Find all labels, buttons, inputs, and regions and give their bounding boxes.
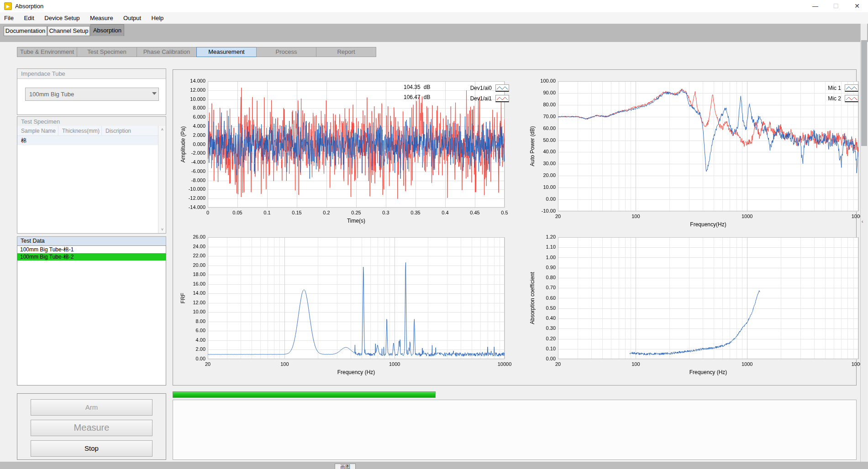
subtab-process[interactable]: Process [256, 47, 316, 57]
tab-channel-setup[interactable]: Channel Setup [47, 26, 90, 36]
title-bar: ▶ Absorption — ☐ ✕ [0, 0, 868, 12]
menu-help[interactable]: Help [147, 12, 168, 24]
time-chart-legend: Dev1/ai0 Dev1/ai1 [458, 83, 509, 104]
menu-output[interactable]: Output [119, 12, 145, 24]
waveform-icon-mic1 [845, 84, 858, 92]
specimen-table-header: Sample Name Thickness(mm) Discription [17, 126, 158, 136]
bottom-strip: 画图 [0, 462, 868, 469]
scroll-up-icon[interactable]: ˄ [158, 126, 166, 133]
level-readout-ai1: 106.47 [404, 94, 421, 100]
arm-button[interactable]: Arm [31, 399, 153, 416]
test-data-item-selected[interactable]: 100mm Big Tube-棉-2 [17, 253, 166, 261]
level-unit-ai1: dB [424, 94, 431, 100]
tab-strip-band [0, 36, 868, 42]
measure-button[interactable]: Measure [31, 420, 153, 436]
legend-mic2: Mic 2 [828, 95, 841, 102]
minimize-button[interactable]: — [805, 0, 826, 12]
tab-documentation[interactable]: Documentation [4, 26, 47, 36]
window-title: Absorption [15, 3, 43, 10]
test-data-label: Test Data [17, 236, 166, 245]
level-readouts: 104.35dB 106.47dB [404, 84, 430, 104]
tab-absorption[interactable]: Absorption [90, 24, 124, 36]
menu-edit[interactable]: Edit [20, 12, 38, 24]
absorption-chart [526, 229, 865, 376]
subtab-report[interactable]: Report [316, 47, 376, 57]
subtab-tube-environment[interactable]: Tube & Environment [17, 47, 77, 57]
legend-mic1: Mic 1 [828, 85, 841, 91]
subtab-phase-calibration[interactable]: Phase Calibration [137, 47, 197, 57]
measurement-progress-bar [173, 391, 436, 398]
column-discription: Discription [102, 126, 158, 136]
waveform-icon-blue [495, 84, 509, 92]
close-button[interactable]: ✕ [846, 0, 868, 12]
maximize-button[interactable]: ☐ [826, 0, 846, 12]
frf-chart [177, 229, 512, 376]
waveform-icon-red [495, 95, 509, 102]
column-sample-name: Sample Name [17, 126, 58, 136]
specimen-table-row[interactable]: 棉 [17, 136, 158, 145]
scrollbar-thumb[interactable] [861, 40, 867, 146]
tube-select-dropdown[interactable]: 100mm Big Tube [25, 88, 159, 101]
scroll-down-icon[interactable]: ˅ [158, 226, 166, 233]
main-tab-strip: Documentation Channel Setup Absorption [0, 24, 868, 36]
vertical-scrollbar[interactable]: ‹ [860, 24, 867, 462]
app-icon: ▶ [4, 2, 12, 10]
test-specimen-label: Test Specimen [17, 117, 166, 126]
level-readout-ai0: 104.35 [404, 84, 421, 90]
bottom-tab-draw[interactable]: 画图 [335, 464, 356, 469]
autopower-chart-legend: Mic 1 Mic 2 [809, 83, 858, 104]
message-panel [173, 400, 857, 460]
test-data-item[interactable]: 100mm Big Tube-棉-1 [17, 246, 166, 253]
chevron-down-icon [152, 92, 157, 95]
tube-select-value: 100mm Big Tube [29, 91, 74, 98]
column-thickness: Thickness(mm) [58, 126, 102, 136]
subtab-measurement[interactable]: Measurement [196, 47, 257, 57]
impedance-tube-label: Impendace Tube [17, 69, 166, 79]
specimen-sample-name: 棉 [21, 137, 26, 144]
waveform-icon-mic2 [845, 95, 858, 102]
progress-fill [173, 392, 435, 397]
legend-dev1-ai1: Dev1/ai1 [470, 95, 492, 102]
menu-file[interactable]: File [0, 12, 18, 24]
stop-button[interactable]: Stop [31, 440, 153, 457]
menu-measure[interactable]: Measure [86, 12, 117, 24]
level-unit-ai0: dB [424, 84, 431, 90]
legend-dev1-ai0: Dev1/ai0 [470, 85, 492, 91]
application-window: ▶ Absorption — ☐ ✕ File Edit Device Setu… [0, 0, 868, 469]
scrollbar-arrow-icon: ‹ [862, 219, 863, 224]
test-data-list: 100mm Big Tube-棉-1 100mm Big Tube-棉-2 [17, 245, 166, 386]
subtab-test-specimen[interactable]: Test Specimen [77, 47, 137, 57]
menu-device-setup[interactable]: Device Setup [40, 12, 84, 24]
specimen-table-scrollbar[interactable]: ˄ ˅ [158, 126, 166, 233]
menu-bar: File Edit Device Setup Measure Output He… [0, 12, 868, 24]
